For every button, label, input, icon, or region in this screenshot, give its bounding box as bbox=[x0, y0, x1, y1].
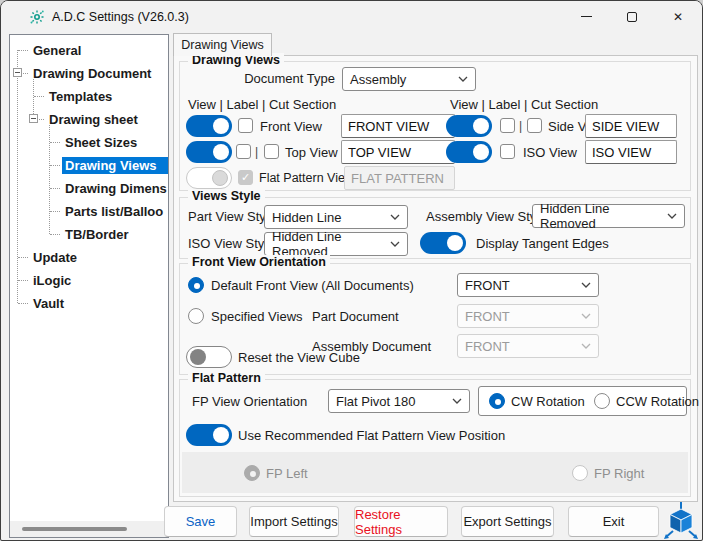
assembly-view-style-value: Hidden Line Removed bbox=[540, 201, 667, 231]
scrollbar-thumb[interactable] bbox=[22, 527, 127, 531]
group-legend: Views Style bbox=[188, 189, 265, 203]
chevron-down-icon bbox=[581, 282, 591, 289]
front-view-toggle[interactable] bbox=[186, 115, 232, 137]
tree-item-label: Update bbox=[30, 249, 80, 266]
assembly-view-style-select[interactable]: Hidden Line Removed bbox=[532, 204, 685, 228]
part-view-style-select[interactable]: Hidden Line bbox=[264, 205, 408, 229]
app-gear-icon bbox=[28, 8, 46, 26]
group-drawing-views: Drawing Views Document Type Assembly Vie… bbox=[179, 61, 691, 191]
document-type-value: Assembly bbox=[350, 72, 406, 87]
side-view-toggle[interactable] bbox=[446, 115, 492, 137]
use-recommended-fp-label: Use Recommended Flat Pattern View Positi… bbox=[238, 424, 505, 447]
view-cube-icon bbox=[661, 497, 701, 541]
chevron-down-icon bbox=[458, 76, 468, 83]
ccw-rotation-label: CCW Rotation bbox=[616, 390, 699, 413]
tree-item-drawing-sheet[interactable]: Drawing sheet bbox=[46, 108, 141, 130]
default-front-view-radio[interactable] bbox=[188, 277, 204, 293]
maximize-icon bbox=[627, 12, 637, 22]
iso-view-toggle[interactable] bbox=[446, 141, 492, 163]
fp-right-radio bbox=[572, 465, 588, 481]
default-front-view-label: Default Front View (All Documents) bbox=[211, 274, 414, 297]
specified-views-radio[interactable] bbox=[188, 308, 204, 324]
tree-item-sheet-sizes[interactable]: Sheet Sizes bbox=[62, 131, 140, 153]
close-icon: ✕ bbox=[673, 11, 683, 23]
top-view-toggle[interactable] bbox=[186, 141, 232, 163]
exit-button[interactable]: Exit bbox=[568, 506, 659, 537]
tree-item-templates[interactable]: Templates bbox=[46, 85, 115, 107]
separator: | bbox=[255, 141, 258, 163]
tree-item-label: Vault bbox=[30, 295, 67, 312]
cw-rotation-radio[interactable] bbox=[489, 393, 505, 409]
flat-pattern-name-input bbox=[344, 166, 455, 190]
settings-tree: General Drawing Document Templates Drawi… bbox=[9, 34, 169, 538]
reset-view-cube-toggle[interactable] bbox=[186, 346, 232, 368]
separator: | bbox=[519, 115, 522, 137]
tree-item-label: TB/Border bbox=[62, 226, 132, 243]
side-view-name-input[interactable] bbox=[585, 114, 677, 138]
restore-settings-button[interactable]: Restore Settings bbox=[354, 506, 448, 537]
tree-item-drawing-views[interactable]: Drawing Views bbox=[62, 154, 168, 176]
iso-view-name-input[interactable] bbox=[585, 140, 677, 164]
tree-item-drawing-document[interactable]: Drawing Document bbox=[30, 62, 154, 84]
front-view-label-checkbox[interactable] bbox=[238, 118, 253, 133]
use-recommended-fp-toggle[interactable] bbox=[186, 424, 232, 446]
toggle-knob bbox=[212, 170, 228, 186]
display-tangent-edges-toggle[interactable] bbox=[420, 232, 466, 254]
fp-view-orientation-label: FP View Orientation bbox=[192, 390, 307, 413]
iso-view-style-select[interactable]: Hidden Line Removed bbox=[264, 232, 408, 256]
side-view-label-checkbox[interactable] bbox=[500, 118, 515, 133]
side-view-cut-checkbox[interactable] bbox=[527, 118, 542, 133]
tree-item-tb-border[interactable]: TB/Border bbox=[62, 223, 132, 245]
default-front-view-select[interactable]: FRONT bbox=[457, 273, 599, 297]
toggle-knob bbox=[190, 349, 206, 365]
document-type-select[interactable]: Assembly bbox=[342, 67, 476, 91]
tree-item-drawing-dimensions[interactable]: Drawing Dimens bbox=[62, 177, 169, 199]
ccw-rotation-radio[interactable] bbox=[594, 393, 610, 409]
tree-horizontal-scrollbar[interactable] bbox=[10, 521, 168, 537]
top-view-label: Top View bbox=[285, 141, 338, 164]
chevron-down-icon bbox=[581, 313, 591, 320]
tree-item-label: Parts list/Balloo bbox=[62, 203, 166, 220]
group-flat-pattern: Flat Pattern FP View Orientation Flat Pi… bbox=[179, 379, 691, 497]
tree-line bbox=[17, 50, 18, 303]
rotation-radio-group: CW Rotation CCW Rotation bbox=[478, 386, 687, 416]
tab-drawing-views[interactable]: Drawing Views bbox=[173, 33, 272, 56]
tree-item-general[interactable]: General bbox=[30, 39, 84, 61]
part-view-style-label: Part View Style bbox=[188, 205, 276, 228]
minimize-button[interactable] bbox=[563, 1, 609, 32]
tree-item-ilogic[interactable]: iLogic bbox=[30, 269, 74, 291]
tree-item-update[interactable]: Update bbox=[30, 246, 80, 268]
part-document-value: FRONT bbox=[465, 309, 510, 324]
flat-pattern-view-toggle[interactable] bbox=[186, 167, 232, 189]
maximize-button[interactable] bbox=[609, 1, 655, 32]
import-settings-button[interactable]: Import Settings bbox=[249, 506, 339, 537]
fp-left-radio bbox=[244, 465, 260, 481]
tree-item-parts-list-balloon[interactable]: Parts list/Balloo bbox=[62, 200, 166, 222]
window-controls: ✕ bbox=[563, 1, 701, 32]
iso-view-label: ISO View bbox=[523, 141, 577, 164]
specified-views-label: Specified Views bbox=[211, 305, 303, 328]
tree-item-label: iLogic bbox=[30, 272, 74, 289]
reset-view-cube-label: Reset the View Cube bbox=[238, 346, 360, 369]
fp-view-orientation-select[interactable]: Flat Pivot 180 bbox=[328, 389, 470, 413]
iso-view-style-label: ISO View Style bbox=[188, 232, 274, 255]
tree-collapse-icon[interactable] bbox=[13, 68, 22, 77]
export-settings-button[interactable]: Export Settings bbox=[461, 506, 554, 537]
minimize-icon bbox=[581, 16, 592, 17]
iso-view-label-checkbox[interactable] bbox=[500, 144, 515, 159]
tree-item-vault[interactable]: Vault bbox=[30, 292, 67, 314]
save-button[interactable]: Save bbox=[164, 506, 237, 537]
toggle-knob bbox=[213, 427, 229, 443]
window-title: A.D.C Settings (V26.0.3) bbox=[52, 10, 189, 24]
close-button[interactable]: ✕ bbox=[655, 1, 701, 32]
top-view-cut-checkbox[interactable] bbox=[264, 144, 279, 159]
top-view-label-checkbox[interactable] bbox=[236, 144, 251, 159]
group-legend: Front View Orientation bbox=[188, 255, 330, 269]
display-tangent-edges-label: Display Tangent Edges bbox=[476, 232, 609, 255]
tree-item-label: Drawing Document bbox=[30, 65, 154, 82]
top-view-name-input[interactable] bbox=[341, 140, 455, 164]
titlebar: A.D.C Settings (V26.0.3) ✕ bbox=[1, 1, 702, 32]
tree-collapse-icon[interactable] bbox=[29, 114, 38, 123]
toggle-knob bbox=[473, 144, 489, 160]
front-view-name-input[interactable] bbox=[341, 114, 455, 138]
